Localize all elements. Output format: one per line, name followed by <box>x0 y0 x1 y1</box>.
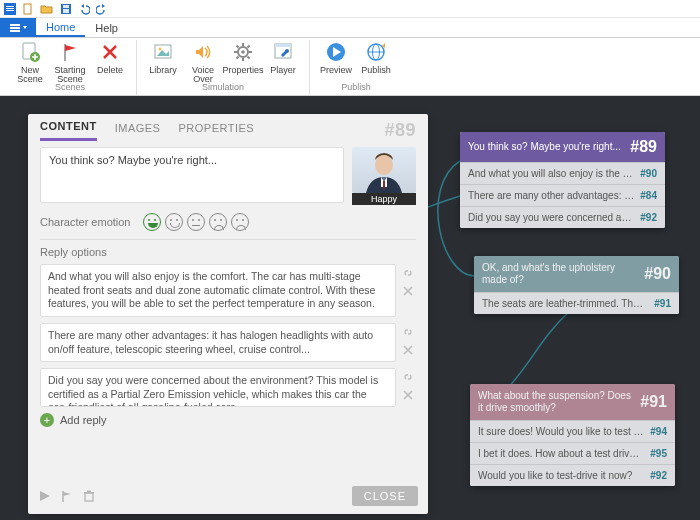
svg-rect-46 <box>87 491 91 493</box>
node-title: What about the suspension? Does it drive… <box>478 390 634 414</box>
reply-options-label: Reply options <box>40 246 416 258</box>
scenario-canvas[interactable]: CONTENT IMAGES PROPERTIES #89 Happy Char… <box>0 96 700 520</box>
panel-node-id: #89 <box>384 120 416 141</box>
svg-rect-41 <box>383 181 385 189</box>
node-reply-row[interactable]: I bet it does. How about a test drive ri… <box>470 442 675 464</box>
svg-rect-3 <box>6 10 14 11</box>
ribbon-tab-help[interactable]: Help <box>85 18 128 37</box>
node-title: You think so? Maybe you're right... <box>468 141 624 153</box>
remove-reply-icon[interactable] <box>401 388 415 402</box>
emotion-neutral[interactable] <box>187 213 205 231</box>
reply-option: Did you say you were concerned about the… <box>40 368 416 407</box>
link-icon[interactable] <box>401 370 415 384</box>
svg-marker-10 <box>102 4 105 8</box>
node-id: #89 <box>630 138 657 156</box>
starting-scene-button[interactable]: Starting Scene <box>50 40 90 85</box>
new-file-icon[interactable] <box>22 3 34 15</box>
ribbon-tab-home[interactable]: Home <box>36 18 85 37</box>
open-folder-icon[interactable] <box>40 3 54 15</box>
properties-button[interactable]: Properties <box>223 40 263 75</box>
set-start-icon[interactable] <box>60 489 74 503</box>
svg-rect-8 <box>63 9 69 13</box>
node-reply-row[interactable]: There are many other advantages: it h...… <box>460 184 665 206</box>
trash-icon[interactable] <box>82 489 96 503</box>
page-plus-icon <box>18 40 42 64</box>
emotion-label: Character emotion <box>40 216 131 228</box>
svg-rect-2 <box>6 8 14 9</box>
delete-x-icon <box>98 40 122 64</box>
library-button[interactable]: Library <box>143 40 183 75</box>
node-reply-row[interactable]: Would you like to test-drive it now?#92 <box>470 464 675 486</box>
ribbon-group-label: Publish <box>341 82 371 94</box>
redo-icon[interactable] <box>96 3 108 15</box>
svg-rect-11 <box>10 24 20 26</box>
app-icon <box>4 3 16 15</box>
quick-access-toolbar <box>0 0 700 18</box>
ribbon-group-publish: Preview Publish Publish <box>310 40 402 95</box>
delete-button[interactable]: Delete <box>90 40 130 75</box>
node-title: OK, and what's the upholstery made of? <box>482 262 638 286</box>
reply-text-input[interactable]: Did you say you were concerned about the… <box>40 368 396 407</box>
reply-option: And what you will also enjoy is the comf… <box>40 264 416 317</box>
play-icon <box>324 40 348 64</box>
add-reply-button[interactable]: + Add reply <box>40 413 416 427</box>
emotion-angry[interactable] <box>231 213 249 231</box>
svg-rect-12 <box>10 27 20 29</box>
emotion-smile[interactable] <box>165 213 183 231</box>
emotion-sad[interactable] <box>209 213 227 231</box>
save-icon[interactable] <box>60 3 72 15</box>
picture-icon <box>151 40 175 64</box>
node-reply-row[interactable]: The seats are leather-trimmed. That m...… <box>474 292 679 314</box>
flag-icon <box>58 40 82 64</box>
globe-icon <box>364 40 388 64</box>
reply-text-input[interactable]: There are many other advantages: it has … <box>40 323 396 362</box>
play-scene-icon[interactable] <box>38 489 52 503</box>
svg-rect-44 <box>85 493 93 501</box>
reply-option: There are many other advantages: it has … <box>40 323 416 362</box>
character-avatar[interactable] <box>352 147 416 193</box>
new-scene-button[interactable]: New Scene <box>10 40 50 85</box>
scene-node[interactable]: OK, and what's the upholstery made of?#9… <box>474 256 679 314</box>
panel-tab-content[interactable]: CONTENT <box>40 120 97 141</box>
voice-over-button[interactable]: Voice Over <box>183 40 223 85</box>
plus-icon: + <box>40 413 54 427</box>
scene-editor-panel: CONTENT IMAGES PROPERTIES #89 Happy Char… <box>28 114 428 514</box>
speaker-icon <box>191 40 215 64</box>
node-id: #90 <box>644 265 671 283</box>
scene-node[interactable]: You think so? Maybe you're right...#89 A… <box>460 132 665 228</box>
close-button[interactable]: CLOSE <box>352 486 418 506</box>
wrench-window-icon <box>271 40 295 64</box>
node-id: #91 <box>640 393 667 411</box>
ribbon-group-label: Scenes <box>55 82 85 94</box>
svg-line-29 <box>248 46 250 48</box>
remove-reply-icon[interactable] <box>401 284 415 298</box>
dialog-text-input[interactable] <box>40 147 344 203</box>
svg-rect-13 <box>10 30 20 32</box>
emotion-happy[interactable] <box>143 213 161 231</box>
ribbon: New Scene Starting Scene Delete Scenes L… <box>0 38 700 96</box>
node-reply-row[interactable]: And what you will also enjoy is the co..… <box>460 162 665 184</box>
app-menu[interactable] <box>0 18 36 37</box>
gear-icon <box>231 40 255 64</box>
player-button[interactable]: Player <box>263 40 303 75</box>
remove-reply-icon[interactable] <box>401 343 415 357</box>
scene-node[interactable]: What about the suspension? Does it drive… <box>470 384 675 486</box>
link-icon[interactable] <box>401 325 415 339</box>
svg-marker-14 <box>23 26 27 29</box>
svg-point-39 <box>375 155 393 175</box>
svg-marker-42 <box>40 491 50 501</box>
link-icon[interactable] <box>401 266 415 280</box>
ribbon-group-scenes: New Scene Starting Scene Delete Scenes <box>4 40 137 95</box>
undo-icon[interactable] <box>78 3 90 15</box>
reply-text-input[interactable]: And what you will also enjoy is the comf… <box>40 264 396 317</box>
preview-button[interactable]: Preview <box>316 40 356 75</box>
panel-tab-properties[interactable]: PROPERTIES <box>178 122 254 140</box>
ribbon-tab-row: Home Help <box>0 18 700 38</box>
node-reply-row[interactable]: It sure does! Would you like to test it … <box>470 420 675 442</box>
svg-line-30 <box>237 57 239 59</box>
publish-button[interactable]: Publish <box>356 40 396 75</box>
svg-point-20 <box>159 48 162 51</box>
svg-rect-1 <box>6 6 14 7</box>
panel-tab-images[interactable]: IMAGES <box>115 122 161 140</box>
node-reply-row[interactable]: Did you say you were concerned abou...#9… <box>460 206 665 228</box>
